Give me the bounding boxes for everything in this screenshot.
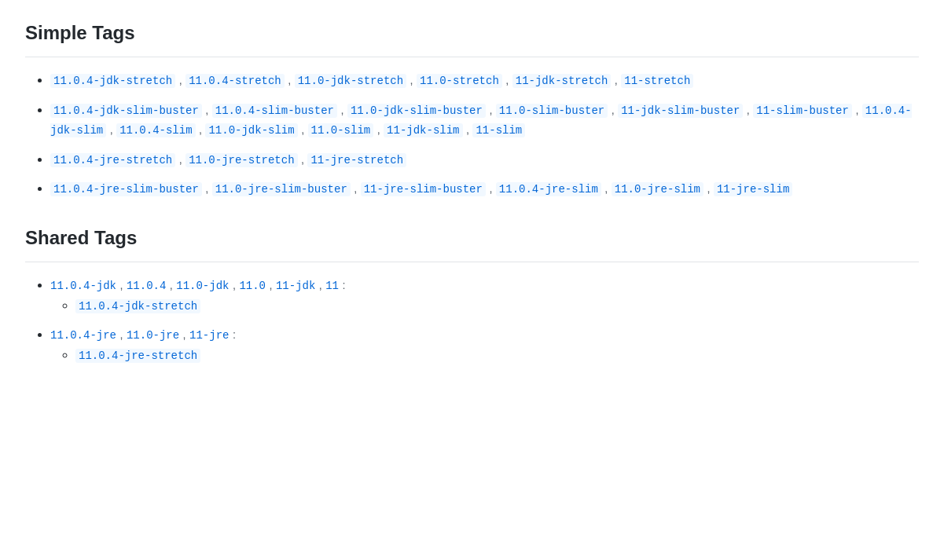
plain-tag: 11.0-jdk bbox=[176, 280, 229, 292]
tag-code: 11.0-slim-buster bbox=[496, 104, 608, 118]
tag-code: 11.0.4-stretch bbox=[185, 74, 285, 88]
plain-tag: 11-jre bbox=[189, 329, 229, 342]
shared-tag-item: 11.0.4-jdk , 11.0.4 , 11.0-jdk , 11.0 , … bbox=[50, 275, 919, 315]
shared-tag-item: 11.0.4-jre , 11.0-jre , 11-jre :11.0.4-j… bbox=[50, 324, 919, 364]
tag-code: 11.0-slim bbox=[308, 123, 374, 137]
simple-tag-item: 11.0.4-jre-slim-buster , 11.0-jre-slim-b… bbox=[50, 178, 919, 199]
plain-tag: 11.0 bbox=[239, 280, 266, 292]
plain-tag: 11.0.4-jre bbox=[50, 329, 116, 342]
tag-code: 11.0.4-jre-slim-buster bbox=[50, 182, 202, 196]
tag-code: 11-jre-slim-buster bbox=[361, 182, 486, 196]
tag-code: 11.0.4-jre-slim bbox=[496, 182, 601, 196]
simple-tags-list: 11.0.4-jdk-stretch , 11.0.4-stretch , 11… bbox=[25, 70, 919, 199]
plain-tag: 11-jdk bbox=[276, 280, 315, 292]
child-tag-list: 11.0.4-jdk-stretch bbox=[50, 295, 919, 316]
tag-code: 11.0-jdk-stretch bbox=[295, 74, 406, 88]
shared-tags-heading: Shared Tags bbox=[25, 224, 919, 252]
child-tag-list: 11.0.4-jre-stretch bbox=[50, 345, 919, 365]
plain-tag: 11.0.4 bbox=[127, 280, 166, 292]
tag-code: 11-stretch bbox=[621, 74, 693, 88]
section-divider-2 bbox=[25, 262, 919, 262]
child-tag-item: 11.0.4-jdk-stretch bbox=[75, 295, 919, 316]
tag-code: 11.0-jdk-slim bbox=[205, 123, 297, 137]
child-tag-item: 11.0.4-jre-stretch bbox=[75, 345, 919, 365]
tag-code: 11-slim bbox=[472, 123, 525, 137]
child-tag-code: 11.0.4-jre-stretch bbox=[75, 349, 200, 363]
simple-tags-section: Simple Tags 11.0.4-jdk-stretch , 11.0.4-… bbox=[25, 19, 919, 199]
tag-code: 11-jre-stretch bbox=[307, 153, 406, 167]
tag-code: 11.0-jre-slim bbox=[612, 182, 703, 196]
tag-code: 11.0.4-slim-buster bbox=[212, 104, 337, 118]
tag-code: 11-jdk-slim-buster bbox=[618, 104, 743, 118]
simple-tags-heading: Simple Tags bbox=[25, 19, 919, 47]
section-divider bbox=[25, 57, 919, 57]
tag-code: 11.0.4-jre-stretch bbox=[50, 153, 175, 167]
tag-code: 11.0-jre-slim-buster bbox=[212, 182, 351, 196]
tag-code: 11.0.4-jdk-stretch bbox=[50, 74, 175, 88]
shared-tags-list: 11.0.4-jdk , 11.0.4 , 11.0-jdk , 11.0 , … bbox=[25, 275, 919, 364]
simple-tag-item: 11.0.4-jdk-slim-buster , 11.0.4-slim-bus… bbox=[50, 100, 919, 140]
simple-tag-item: 11.0.4-jdk-stretch , 11.0.4-stretch , 11… bbox=[50, 70, 919, 90]
tag-code: 11-jre-slim bbox=[714, 182, 792, 196]
plain-tag: 11.0.4-jdk bbox=[50, 280, 116, 292]
simple-tag-item: 11.0.4-jre-stretch , 11.0-jre-stretch , … bbox=[50, 149, 919, 170]
tag-code: 11.0.4-slim bbox=[116, 123, 195, 137]
tag-code: 11-slim-buster bbox=[753, 104, 852, 118]
tag-code: 11.0-jre-stretch bbox=[185, 153, 297, 167]
tag-code: 11-jdk-stretch bbox=[512, 74, 612, 88]
tag-code: 11.0-stretch bbox=[417, 74, 502, 88]
plain-tag: 11 bbox=[325, 280, 339, 292]
plain-tag: 11.0-jre bbox=[127, 329, 179, 342]
tag-code: 11.0-jdk-slim-buster bbox=[347, 104, 486, 118]
tag-code: 11-jdk-slim bbox=[384, 123, 462, 137]
child-tag-code: 11.0.4-jdk-stretch bbox=[75, 299, 200, 313]
shared-tags-section: Shared Tags 11.0.4-jdk , 11.0.4 , 11.0-j… bbox=[25, 224, 919, 364]
tag-code: 11.0.4-jdk-slim-buster bbox=[50, 104, 202, 118]
